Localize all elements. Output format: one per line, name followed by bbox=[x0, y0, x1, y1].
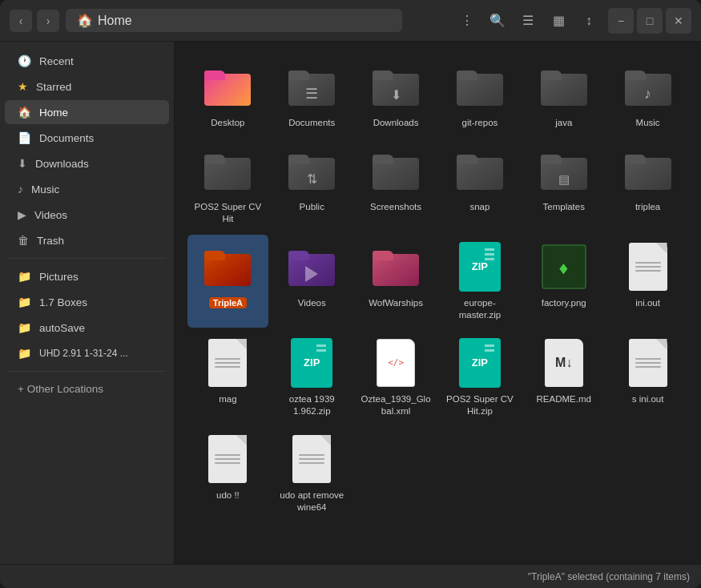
file-label-factory: factory.png bbox=[542, 297, 586, 309]
file-item-udo[interactable]: udo !! bbox=[187, 427, 268, 520]
folder-icon-wrap: ☰ bbox=[286, 61, 337, 112]
sidebar-item-videos[interactable]: ▶ Videos bbox=[5, 203, 169, 227]
text-line bbox=[299, 458, 324, 460]
file-item-screenshots[interactable]: Screenshots bbox=[356, 139, 437, 232]
text-line bbox=[635, 262, 661, 264]
file-item-wofwarships[interactable]: WofWarships bbox=[356, 235, 437, 328]
file-label-desktop: Desktop bbox=[211, 117, 244, 129]
sidebar-item-home[interactable]: 🏠 Home bbox=[5, 100, 169, 124]
folder-icon-wrap: ⬇ bbox=[370, 61, 421, 112]
file-item-pos2[interactable]: POS2 Super CV Hit bbox=[187, 139, 268, 232]
file-item-triplea[interactable]: TripleA bbox=[187, 235, 268, 328]
folder-icon-wrap bbox=[370, 241, 421, 292]
sidebar-other-locations[interactable]: + Other Locations bbox=[5, 377, 169, 401]
file-item-music[interactable]: ♪ Music bbox=[607, 54, 688, 135]
close-button[interactable]: ✕ bbox=[666, 8, 691, 34]
sidebar-item-17boxes[interactable]: 📁 1.7 Boxes bbox=[5, 290, 169, 314]
file-item-oztea-zip[interactable]: oztea 1939 1.962.zip bbox=[272, 331, 353, 424]
file-item-templates[interactable]: ▤ Templates bbox=[523, 139, 604, 232]
view-list-button[interactable]: ☰ bbox=[515, 8, 541, 34]
sidebar-label-music: Music bbox=[31, 183, 59, 195]
file-item-public[interactable]: ⇅ Public bbox=[272, 139, 353, 232]
file-area: Desktop ☰ Documents bbox=[175, 42, 701, 564]
folder-icon-wrap: ⇅ bbox=[286, 145, 337, 196]
file-label-udo-apt: udo apt remove wine64 bbox=[276, 489, 348, 513]
file-label-pos2-zip: POS2 Super CV Hit.zip bbox=[444, 393, 516, 417]
menu-button[interactable]: ⋮ bbox=[454, 8, 480, 34]
file-item-downloads[interactable]: ⬇ Downloads bbox=[356, 54, 437, 135]
file-item-ini-out[interactable]: ini.out bbox=[607, 235, 688, 328]
file-label-udo: udo !! bbox=[216, 489, 240, 501]
sidebar-item-uhd[interactable]: 📁 UHD 2.91 1-31-24 ... bbox=[5, 341, 169, 365]
wofwarships-folder-icon bbox=[373, 248, 419, 286]
text-line bbox=[215, 458, 240, 460]
file-item-documents[interactable]: ☰ Documents bbox=[272, 54, 353, 135]
file-item-readme[interactable]: M↓ README.md bbox=[523, 331, 604, 424]
file-grid: Desktop ☰ Documents bbox=[187, 54, 688, 519]
sidebar-label-autosave: autoSave bbox=[39, 322, 85, 334]
sidebar-item-documents[interactable]: 📄 Documents bbox=[5, 126, 169, 150]
file-item-git-repos[interactable]: git-repos bbox=[440, 54, 521, 135]
file-item-factory[interactable]: ⬧ factory.png bbox=[523, 235, 604, 328]
file-label-triplea: TripleA bbox=[209, 297, 247, 309]
triplea-badge: TripleA bbox=[209, 297, 247, 308]
text-line bbox=[215, 366, 240, 368]
sidebar-item-pictures[interactable]: 📁 Pictures bbox=[5, 264, 169, 288]
folder-icon-wrap bbox=[202, 145, 253, 196]
file-label-pos2: POS2 Super CV Hit bbox=[191, 201, 264, 225]
autosave-icon: 📁 bbox=[18, 321, 31, 334]
forward-button[interactable]: › bbox=[37, 10, 59, 32]
md-text: M↓ bbox=[555, 356, 572, 370]
mag-icon bbox=[208, 339, 247, 387]
factory-circuit-icon: ⬧ bbox=[557, 254, 570, 280]
folder-icon-wrap: ▤ bbox=[538, 145, 590, 196]
folder-icon-wrap bbox=[622, 145, 674, 196]
sidebar-item-recent[interactable]: 🕐 Recent bbox=[5, 49, 169, 73]
sidebar-item-downloads[interactable]: ⬇ Downloads bbox=[5, 151, 169, 175]
file-item-snap[interactable]: snap bbox=[440, 139, 521, 232]
music-inner-icon: ♪ bbox=[644, 86, 651, 103]
maximize-button[interactable]: □ bbox=[637, 8, 663, 34]
file-item-mag[interactable]: mag bbox=[187, 331, 268, 424]
sidebar-item-music[interactable]: ♪ Music bbox=[5, 177, 169, 201]
zip-lines bbox=[485, 344, 494, 352]
readme-md-icon: M↓ bbox=[545, 339, 583, 387]
text-line bbox=[215, 462, 240, 464]
minimize-button[interactable]: − bbox=[608, 8, 634, 34]
file-item-videos[interactable]: Videos bbox=[272, 235, 353, 328]
breadcrumb[interactable]: 🏠 Home bbox=[66, 9, 402, 32]
file-icon-wrap: ⬧ bbox=[538, 241, 590, 292]
sidebar-item-trash[interactable]: 🗑 Trash bbox=[5, 228, 169, 252]
file-item-oztea-xml[interactable]: </> Oztea_1939_Global.xml bbox=[356, 331, 437, 424]
sidebar-item-starred[interactable]: ★ Starred bbox=[5, 75, 169, 99]
file-item-s-ini-out[interactable]: s ini.out bbox=[607, 331, 688, 424]
sort-button[interactable]: ↕ bbox=[576, 8, 602, 34]
sidebar-item-autosave[interactable]: 📁 autoSave bbox=[5, 316, 169, 340]
music-icon: ♪ bbox=[18, 183, 23, 195]
home-nav-icon: 🏠 bbox=[18, 106, 31, 119]
downloads-inner-icon: ⬇ bbox=[391, 87, 401, 103]
folder-icon-wrap bbox=[202, 61, 253, 112]
file-item-udo-apt[interactable]: udo apt remove wine64 bbox=[272, 427, 353, 520]
europe-zip-icon bbox=[459, 242, 501, 292]
file-item-java[interactable]: java bbox=[523, 54, 604, 135]
sidebar-divider-2 bbox=[8, 371, 166, 372]
text-line bbox=[215, 362, 240, 364]
view-grid-button[interactable]: ▦ bbox=[546, 8, 571, 34]
folder-icon-wrap bbox=[370, 145, 421, 196]
file-label-readme: README.md bbox=[537, 393, 591, 405]
file-item-pos2-zip[interactable]: POS2 Super CV Hit.zip bbox=[440, 331, 521, 424]
file-item-europe-zip[interactable]: europe-master.zip bbox=[440, 235, 521, 328]
zip-line bbox=[485, 258, 494, 260]
file-item-desktop[interactable]: Desktop bbox=[187, 54, 268, 135]
search-button[interactable]: 🔍 bbox=[485, 8, 510, 34]
back-button[interactable]: ‹ bbox=[10, 10, 32, 32]
file-icon-wrap bbox=[286, 433, 337, 485]
templates-folder-icon: ▤ bbox=[541, 151, 587, 190]
file-icon-wrap: </> bbox=[370, 337, 421, 389]
file-item-triplea-dark[interactable]: triplea bbox=[607, 139, 688, 232]
text-line bbox=[635, 366, 661, 368]
documents-folder-icon: ☰ bbox=[288, 67, 335, 106]
videos-play-icon bbox=[305, 266, 318, 282]
zip-line bbox=[485, 349, 494, 352]
